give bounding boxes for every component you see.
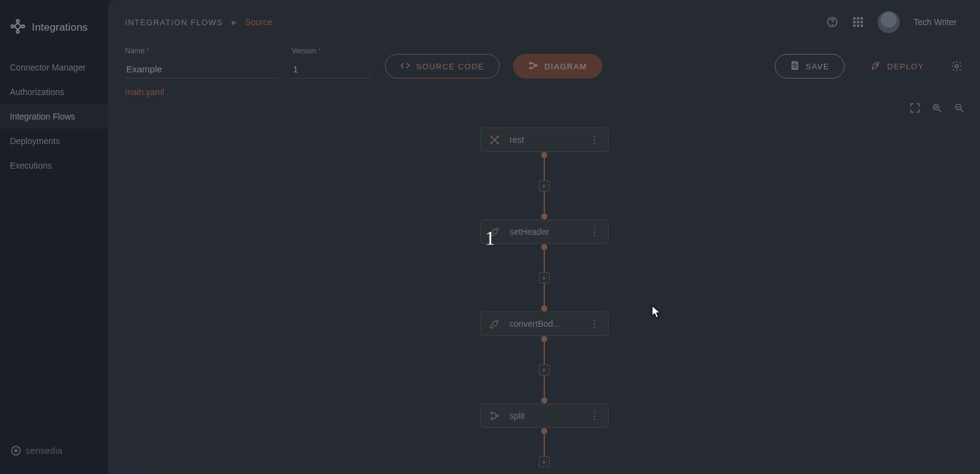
source-code-button[interactable]: SOURCE CODE — [385, 54, 499, 78]
sidebar-item-label: Deployments — [10, 136, 60, 146]
diagram-icon — [528, 61, 538, 72]
deploy-label: DEPLOY — [887, 62, 924, 71]
sidebar-item-integration-flows[interactable]: Integration Flows — [0, 104, 108, 129]
logo-icon — [10, 18, 26, 37]
main-panel: INTEGRATION FLOWS ▶ Source Tech Writer N… — [108, 0, 980, 474]
source-code-label: SOURCE CODE — [416, 62, 484, 71]
flow-node-label: rest — [506, 135, 581, 145]
code-icon — [400, 61, 410, 72]
hub-icon — [489, 134, 500, 145]
save-icon — [790, 61, 800, 72]
save-label: SAVE — [806, 62, 830, 71]
brand-icon — [11, 446, 21, 456]
apps-icon[interactable] — [852, 16, 864, 28]
flow-node-setheader[interactable]: setHeader ⋮ — [480, 220, 609, 244]
sidebar-item-label: Connector Manager — [10, 63, 86, 72]
flow-node-split[interactable]: split ⋮ — [480, 403, 609, 428]
flow-node-convertbody[interactable]: convertBod... ⋮ — [480, 312, 609, 336]
sidebar-item-label: Executions — [10, 161, 51, 170]
branch-icon — [489, 410, 500, 421]
flow-node-label: setHeader — [506, 227, 581, 237]
kebab-menu-icon[interactable]: ⋮ — [587, 226, 602, 238]
product-logo: Integrations — [0, 12, 108, 55]
kebab-menu-icon[interactable]: ⋮ — [587, 410, 602, 422]
sidebar-item-authorizations[interactable]: Authorizations — [0, 80, 108, 104]
flow-connector — [544, 191, 545, 213]
sidebar-item-label: Authorizations — [10, 87, 64, 97]
svg-point-36 — [496, 415, 498, 417]
sidebar: Integrations Connector Manager Authoriza… — [0, 0, 108, 474]
flow-port[interactable] — [541, 305, 547, 312]
fit-view-icon[interactable] — [909, 102, 921, 114]
sidebar-item-label: Integration Flows — [10, 112, 75, 121]
svg-rect-15 — [793, 66, 796, 68]
topbar-right: Tech Writer — [826, 11, 963, 33]
deploy-icon — [871, 61, 881, 72]
add-step-button[interactable]: + — [539, 272, 550, 283]
diagram-button[interactable]: DIAGRAM — [513, 54, 602, 78]
sidebar-item-connector-manager[interactable]: Connector Manager — [0, 55, 108, 80]
kebab-menu-icon[interactable]: ⋮ — [587, 134, 602, 146]
svg-point-12 — [530, 67, 531, 69]
flow-node-label: split — [506, 411, 581, 421]
svg-point-0 — [15, 24, 21, 29]
svg-point-17 — [955, 65, 959, 68]
svg-point-16 — [876, 64, 878, 65]
add-step-button[interactable]: + — [539, 180, 550, 191]
version-label: Version* — [292, 47, 371, 55]
canvas-tools — [909, 102, 965, 114]
flow-node-rest[interactable]: rest ⋮ — [480, 128, 609, 152]
flow-connector — [544, 434, 545, 456]
kebab-menu-icon[interactable]: ⋮ — [587, 318, 602, 330]
name-input[interactable] — [125, 60, 278, 78]
file-tab[interactable]: main.yaml — [108, 78, 980, 97]
zoom-in-icon[interactable] — [931, 102, 943, 114]
breadcrumb-current: Source — [245, 17, 272, 27]
chevron-right-icon: ▶ — [232, 18, 237, 26]
zoom-out-icon[interactable] — [953, 102, 965, 114]
breadcrumb-root[interactable]: INTEGRATION FLOWS — [125, 18, 223, 27]
deploy-button[interactable]: DEPLOY — [856, 54, 940, 78]
svg-point-4 — [17, 31, 19, 33]
svg-point-11 — [530, 62, 531, 64]
save-button[interactable]: SAVE — [775, 54, 845, 78]
sidebar-item-executions[interactable]: Executions — [0, 153, 108, 178]
flow: rest ⋮ + setHeader ⋮ + — [480, 128, 609, 467]
sidebar-item-deployments[interactable]: Deployments — [0, 129, 108, 153]
avatar[interactable] — [878, 11, 900, 33]
name-field: Name* — [125, 47, 278, 78]
svg-point-1 — [11, 25, 13, 28]
diagram-canvas[interactable]: rest ⋮ + setHeader ⋮ + — [108, 97, 980, 474]
gear-icon[interactable] — [951, 60, 963, 72]
svg-point-2 — [22, 25, 25, 28]
add-step-button[interactable]: + — [539, 456, 550, 467]
diagram-label: DIAGRAM — [544, 62, 587, 71]
flow-connector — [544, 283, 545, 305]
flow-node-label: convertBod... — [506, 319, 581, 329]
flow-connector — [544, 375, 545, 397]
topbar: INTEGRATION FLOWS ▶ Source Tech Writer — [108, 0, 980, 33]
svg-point-10 — [832, 25, 833, 25]
version-input[interactable] — [292, 60, 371, 78]
flow-port[interactable] — [541, 152, 547, 158]
svg-line-19 — [938, 109, 941, 112]
flow-connector — [544, 250, 545, 272]
name-label-text: Name — [125, 47, 145, 55]
flow-connector — [544, 342, 545, 364]
form-row-right: SAVE DEPLOY — [775, 54, 963, 78]
flow-port[interactable] — [541, 244, 547, 250]
svg-line-23 — [960, 109, 963, 112]
flow-port[interactable] — [541, 397, 547, 403]
svg-point-3 — [17, 20, 19, 22]
flow-port[interactable] — [541, 336, 547, 342]
flow-port[interactable] — [541, 428, 547, 434]
flow-port[interactable] — [541, 213, 547, 220]
version-field: Version* — [292, 47, 371, 78]
wrench-icon — [489, 226, 500, 237]
svg-line-33 — [495, 140, 497, 143]
add-step-button[interactable]: + — [539, 364, 550, 375]
help-icon[interactable] — [826, 16, 838, 28]
svg-line-31 — [495, 137, 497, 140]
brand-text: sensedia — [26, 446, 63, 456]
file-tab-label: main.yaml — [125, 87, 164, 97]
